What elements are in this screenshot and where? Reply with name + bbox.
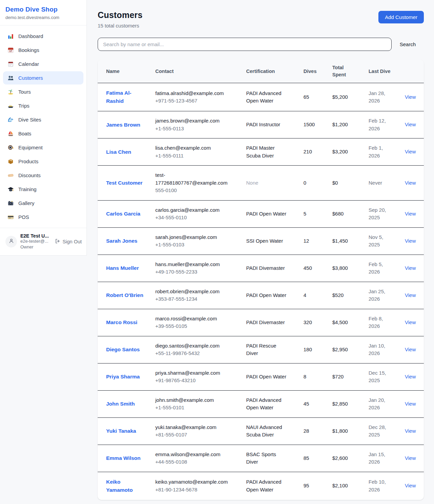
customer-row: Robert O'Brien robert.obrien@example.com… [98, 282, 424, 309]
customer-phone: +971-55-123-4567 [155, 97, 234, 105]
sidebar-item-products[interactable]: Products [3, 155, 83, 168]
customer-dives: 5 [303, 200, 332, 227]
view-customer-link[interactable]: View [405, 401, 416, 407]
view-customer-link[interactable]: View [405, 238, 416, 244]
view-customer-link[interactable]: View [405, 428, 416, 434]
customer-row: Emma Wilson emma.wilson@example.com +44-… [98, 445, 424, 472]
sidebar-item-discounts[interactable]: Discounts [3, 169, 83, 182]
customer-email: robert.obrien@example.com [155, 288, 234, 296]
sidebar-item-boats[interactable]: Boats [3, 127, 83, 140]
sidebar-item-label: Equipment [18, 145, 43, 150]
customer-certification: PADI Divemaster [246, 309, 303, 336]
customer-name-link[interactable]: Robert O'Brien [106, 292, 143, 298]
customer-name-link[interactable]: James Brown [106, 122, 140, 128]
customer-dives: 180 [303, 336, 332, 363]
sign-out-button[interactable]: Sign Out [55, 238, 82, 245]
customer-name-link[interactable]: John Smith [106, 401, 135, 407]
column-header-name: Name [98, 60, 155, 83]
training-gradcap-icon [7, 186, 14, 192]
add-customer-button[interactable]: Add Customer [378, 11, 424, 23]
customer-phone: +1-555-0113 [155, 125, 234, 133]
shop-header: Demo Dive Shop demo.test.divestreams.com [0, 0, 86, 25]
customer-dives: 28 [303, 417, 332, 445]
sidebar-item-gallery[interactable]: Gallery [3, 197, 83, 210]
user-section: E2E Test U... e2e-tester@... Owner Sign … [0, 228, 86, 255]
customer-phone: +81-90-1234-5678 [155, 486, 234, 494]
sidebar-item-trips[interactable]: Trips [3, 99, 83, 112]
view-customer-link[interactable]: View [405, 455, 416, 461]
customer-name-link[interactable]: Marco Rossi [106, 319, 137, 325]
customer-name-link[interactable]: Sarah Jones [106, 238, 137, 244]
view-customer-link[interactable]: View [405, 483, 416, 488]
sidebar-item-bookings[interactable]: 17Bookings [3, 43, 83, 57]
equipment-mask-icon [7, 144, 14, 151]
view-customer-link[interactable]: View [405, 122, 416, 127]
user-avatar-icon [8, 238, 15, 245]
sign-out-label: Sign Out [63, 239, 82, 244]
view-customer-link[interactable]: View [405, 180, 416, 186]
customer-name-link[interactable]: Priya Sharma [106, 374, 140, 379]
dive-sites-wave-icon [7, 116, 14, 123]
customer-certification: PADI Master Scuba Diver [246, 138, 303, 166]
sidebar: Demo Dive Shop demo.test.divestreams.com… [0, 0, 87, 256]
customer-row: Hans Mueller hans.mueller@example.com +4… [98, 255, 424, 282]
customer-name-link[interactable]: Test Customer [106, 180, 142, 186]
customer-name-link[interactable]: Lisa Chen [106, 149, 131, 155]
view-customer-link[interactable]: View [405, 149, 416, 154]
customer-dives: 85 [303, 445, 332, 472]
sidebar-item-customers[interactable]: Customers [3, 71, 83, 85]
main-content: Customers 15 total customers Add Custome… [87, 0, 434, 504]
customer-name-link[interactable]: Diego Santos [106, 347, 140, 352]
page-title: Customers [98, 10, 142, 20]
calendar-icon [7, 61, 14, 67]
view-customer-link[interactable]: View [405, 347, 416, 352]
view-customer-link[interactable]: View [405, 211, 416, 217]
sidebar-item-dive-sites[interactable]: Dive Sites [3, 113, 83, 126]
customer-name-link[interactable]: Hans Mueller [106, 265, 139, 271]
user-info: E2E Test U... e2e-tester@... Owner [20, 233, 51, 250]
customer-row: Keiko Yamamoto keiko.yamamoto@example.co… [98, 472, 424, 500]
customers-people-icon [7, 75, 14, 81]
customer-phone: +1-555-0103 [155, 241, 234, 249]
bookings-calendar-icon: 17 [7, 47, 14, 53]
customer-name-link[interactable]: Yuki Tanaka [106, 428, 136, 434]
customer-name-link[interactable]: Keiko Yamamoto [106, 479, 133, 493]
sidebar-item-calendar[interactable]: Calendar [3, 57, 83, 71]
customer-name-link[interactable]: Fatima Al-Rashid [106, 90, 131, 104]
view-customer-link[interactable]: View [405, 265, 416, 271]
sidebar-item-dashboard[interactable]: Dashboard [3, 30, 83, 43]
customer-last-dive: Jan 25, 2026 [369, 282, 405, 309]
sidebar-item-label: Customers [18, 75, 43, 81]
customer-name-link[interactable]: Carlos Garcia [106, 211, 140, 217]
sidebar-item-label: Gallery [18, 200, 35, 206]
customer-phone: +34-555-0110 [155, 214, 234, 222]
tours-island-icon [7, 89, 14, 95]
customer-dives: 65 [303, 83, 332, 111]
customer-last-dive: Jan 10, 2026 [369, 336, 405, 363]
search-input[interactable] [98, 38, 392, 51]
sidebar-item-training[interactable]: Training [3, 183, 83, 196]
discounts-tag-icon [7, 172, 14, 179]
view-customer-link[interactable]: View [405, 292, 416, 298]
sidebar-item-equipment[interactable]: Equipment [3, 141, 83, 154]
customer-certification: PADI Advanced Open Water [246, 472, 303, 500]
column-header-certification: Certification [246, 60, 303, 83]
view-customer-link[interactable]: View [405, 94, 416, 100]
view-customer-link[interactable]: View [405, 319, 416, 325]
search-button[interactable]: Search [392, 41, 424, 47]
column-header-contact: Contact [155, 60, 246, 83]
sidebar-item-tours[interactable]: Tours [3, 85, 83, 98]
user-name: E2E Test U... [20, 233, 51, 239]
customer-last-dive: Sep 20, 2025 [369, 200, 405, 227]
customer-certification: PADI Rescue Diver [246, 336, 303, 363]
view-customer-link[interactable]: View [405, 374, 416, 379]
customer-certification: PADI Advanced Open Water [246, 390, 303, 417]
customer-row: Diego Santos diego.santos@example.com +5… [98, 336, 424, 363]
shop-domain: demo.test.divestreams.com [5, 15, 81, 20]
customer-email: sarah.jones@example.com [155, 234, 234, 241]
customer-certification: PADI Advanced Open Water [246, 83, 303, 111]
customer-name-link[interactable]: Emma Wilson [106, 455, 141, 461]
customer-row: Fatima Al-Rashid fatima.alrashid@example… [98, 83, 424, 111]
sidebar-item-pos[interactable]: POS [3, 210, 83, 224]
user-email: e2e-tester@... [20, 239, 51, 244]
